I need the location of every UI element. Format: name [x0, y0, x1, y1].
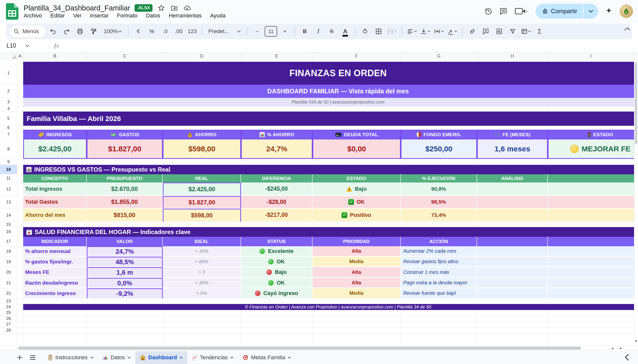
health-row-0-extra1[interactable]	[477, 246, 548, 257]
cloud-status-icon[interactable]	[183, 4, 191, 12]
italic-button[interactable]: I	[312, 26, 324, 37]
budget-row-2-presupuesto[interactable]: $815,00	[87, 209, 163, 222]
budget-header-7[interactable]	[548, 174, 638, 182]
column-header-B[interactable]: B	[23, 52, 87, 60]
health-row-3-extra1[interactable]	[477, 278, 548, 288]
percent-format-button[interactable]: %	[146, 26, 158, 37]
redo-button[interactable]	[61, 26, 72, 37]
health-row-3-accion[interactable]: Pago extra a la deuda mayor	[401, 278, 477, 288]
budget-row-0-diferencia[interactable]: -$245,00	[241, 182, 312, 196]
health-row-4-status[interactable]: Cayó ingreso	[241, 288, 312, 299]
health-row-4-prioridad[interactable]: Media	[312, 288, 401, 299]
health-row-1-status[interactable]: OK	[241, 257, 312, 267]
borders-button[interactable]	[373, 26, 384, 37]
health-row-0-prioridad[interactable]: Alta	[312, 246, 401, 257]
document-title[interactable]: Plantilla_34_Dashboard_Familiar	[24, 4, 130, 12]
collapse-toolbar-button[interactable]	[624, 27, 630, 31]
print-button[interactable]	[74, 26, 86, 37]
menu-insertar[interactable]: Insertar	[90, 12, 109, 19]
scroll-left-arrow[interactable]: ◂	[608, 346, 616, 350]
row-header-28[interactable]: 28	[0, 328, 17, 334]
budget-row-2-analisis[interactable]	[477, 209, 548, 222]
insert-link-button[interactable]	[467, 26, 478, 37]
health-row-0-accion[interactable]: Aumentar 2% cada mes	[401, 246, 477, 257]
health-row-3-indicador[interactable]: Razón deuda/ingreso	[23, 278, 87, 288]
health-row-3-ideal[interactable]: < 30%	[163, 278, 241, 288]
column-header-F[interactable]: F	[312, 52, 401, 60]
star-icon[interactable]	[157, 4, 165, 12]
health-row-3-prioridad[interactable]: Alta	[312, 278, 401, 288]
row-header-19[interactable]: 19	[0, 257, 17, 267]
name-box[interactable]: L10	[0, 42, 44, 49]
row-header-13[interactable]: 13	[0, 196, 17, 209]
share-button[interactable]: Compartir	[536, 4, 598, 19]
health-row-4-indicador[interactable]: Crecimiento ingreso	[23, 288, 87, 299]
row-header-3[interactable]: 3	[0, 98, 17, 106]
health-row-0-indicador[interactable]: % ahorro mensual	[23, 246, 87, 257]
budget-header-4[interactable]: ESTADO	[312, 174, 401, 182]
health-row-0-ideal[interactable]: > 10%	[163, 246, 241, 257]
insert-comment-button[interactable]	[480, 26, 491, 37]
health-row-2-extra1[interactable]	[477, 267, 548, 278]
row-header-11[interactable]: 11	[0, 174, 17, 182]
budget-row-2-concept[interactable]: Ahorro del mes	[23, 209, 87, 222]
row-header-23[interactable]: 23	[0, 299, 17, 304]
undo-button[interactable]	[47, 26, 59, 37]
all-sheets-button[interactable]	[30, 355, 36, 360]
health-row-1-ideal[interactable]: < 60%	[163, 257, 241, 267]
column-header-D[interactable]: D	[163, 52, 241, 60]
add-sheet-button[interactable]	[17, 354, 23, 361]
health-row-2-prioridad[interactable]: Alta	[312, 267, 401, 278]
horizontal-scrollbar-thumb[interactable]	[18, 346, 581, 350]
health-header-4[interactable]: PRIORIDAD	[312, 237, 401, 246]
health-header-6[interactable]	[477, 237, 548, 246]
meet-video-icon[interactable]	[514, 7, 529, 16]
row-header-10[interactable]: 10	[0, 165, 17, 174]
health-row-4-extra1[interactable]	[477, 288, 548, 299]
budget-row-2-real[interactable]: $598,00	[163, 209, 241, 222]
row-header-14[interactable]: 14	[0, 209, 17, 222]
budget-row-1-estado[interactable]: ✓OK	[312, 196, 401, 209]
sheet-tab-tendencias[interactable]: Tendencias	[187, 351, 238, 364]
column-header-H[interactable]: H	[477, 52, 548, 60]
row-header-2[interactable]: 2	[0, 85, 17, 98]
select-all-corner[interactable]	[0, 52, 17, 60]
formula-input[interactable]	[59, 39, 638, 52]
kpi-header-1[interactable]: GASTOS	[87, 130, 163, 140]
account-avatar[interactable]: $	[619, 4, 633, 18]
horizontal-align-button[interactable]	[406, 26, 418, 37]
menu-archivo[interactable]: Archivo	[24, 12, 42, 19]
kpi-header-4[interactable]: DEUDA TOTAL	[312, 130, 401, 140]
text-color-button[interactable]: A	[340, 26, 351, 37]
menus-search[interactable]: Menús	[10, 26, 45, 37]
row-header-6[interactable]: 6	[0, 126, 17, 130]
budget-header-2[interactable]: REAL	[163, 174, 241, 182]
sheets-logo-icon[interactable]	[6, 3, 19, 20]
budget-row-0-concept[interactable]: Total Ingresos	[23, 182, 87, 196]
health-header-5[interactable]: ACCIÓN	[401, 237, 477, 246]
health-header-2[interactable]: IDEAL	[163, 237, 241, 246]
health-header-3[interactable]: STATUS	[241, 237, 312, 246]
kpi-header-0[interactable]: $INGRESOS	[23, 130, 87, 140]
strikethrough-button[interactable]: S	[326, 26, 338, 37]
health-row-3-valor[interactable]: 0,0%	[87, 278, 163, 288]
menu-ayuda[interactable]: Ayuda	[210, 12, 225, 19]
insert-chart-button[interactable]	[493, 26, 505, 37]
sheet-tab-dashboard[interactable]: Dashboard	[135, 351, 187, 364]
budget-row-1-ejecucion[interactable]: 98,5%	[401, 196, 477, 209]
decrease-font-button[interactable]: −	[251, 26, 263, 37]
sheet-tab-instrucciones[interactable]: Instrucciones	[43, 351, 98, 364]
row-header-18[interactable]: 18	[0, 246, 17, 257]
kpi-value-0[interactable]: $2.425,00	[23, 140, 87, 159]
budget-row-2-extra[interactable]	[548, 209, 638, 222]
vertical-scrollbar[interactable]	[634, 60, 638, 346]
number-format-button[interactable]: 123	[186, 26, 198, 37]
health-row-1-indicador[interactable]: % gastos fijos/ingr.	[23, 257, 87, 267]
tab-menu-caret-icon[interactable]	[127, 356, 131, 359]
functions-button[interactable]: Σ	[534, 26, 545, 37]
row-header-22[interactable]: 22	[0, 288, 17, 299]
row-header-20[interactable]: 20	[0, 267, 17, 278]
font-select[interactable]: Predet...	[206, 26, 243, 37]
health-row-1-accion[interactable]: Revisar gastos fijos altos	[401, 257, 477, 267]
horizontal-scrollbar[interactable]: ◂ ▸	[0, 346, 638, 351]
